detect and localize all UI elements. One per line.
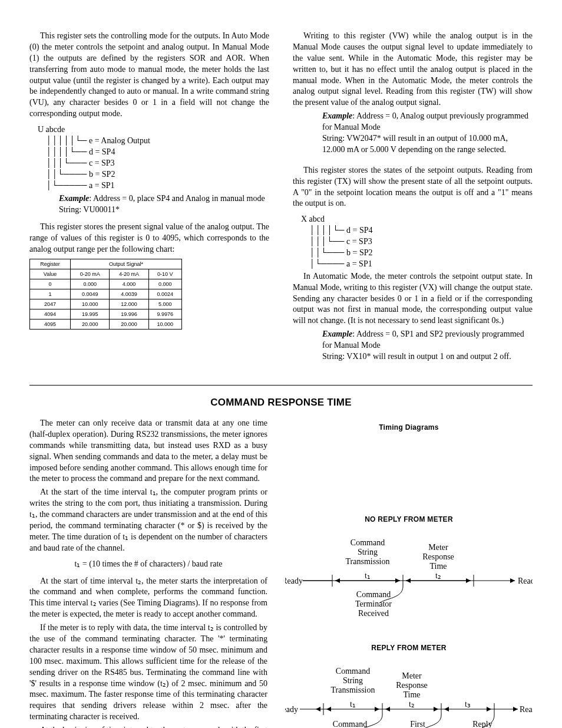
svg-marker-37 (326, 707, 331, 711)
bottom-text-col: The meter can only receive data or trans… (29, 418, 267, 728)
resp-p1: The meter can only receive data or trans… (29, 418, 267, 485)
svg-text:Command: Command (351, 538, 385, 547)
svg-text:Time: Time (429, 562, 447, 571)
aor-paragraph: This register stores the present signal … (29, 222, 269, 255)
table-cell: Register (30, 259, 71, 269)
vw-paragraph: Writing to this register (VW) while the … (293, 31, 533, 108)
svg-text:Received: Received (358, 609, 389, 618)
table-cell: 10.000 (148, 319, 181, 329)
timing-diagrams-title: Timing Diagrams (285, 423, 533, 432)
table-row: 2047 10.000 12.000 5.000 (30, 299, 182, 309)
diag2-title: REPLY FROM METER (285, 643, 533, 653)
svg-text:String: String (358, 548, 378, 556)
svg-marker-40 (385, 707, 390, 711)
svg-marker-41 (434, 707, 438, 711)
table-row: Value 0-20 mA 4-20 mA 0-10 V (30, 269, 182, 279)
u-tree: U abcde │││││└─ e = Analog Output ││││└─… (38, 124, 269, 191)
resp-p3: At the start of time interval t₂, the me… (29, 576, 267, 621)
svg-marker-46 (513, 707, 518, 711)
top-left-col: This register sets the controlling mode … (29, 31, 269, 368)
svg-text:Time: Time (403, 690, 420, 699)
u-example: Example: Address = 0, place SP4 and Anal… (59, 193, 269, 216)
svg-text:Command: Command (336, 667, 370, 676)
svg-marker-14 (395, 578, 400, 583)
svg-marker-43 (444, 707, 449, 711)
diag1-title: NO REPLY FROM METER (285, 515, 533, 524)
svg-text:Command: Command (356, 590, 391, 599)
table-cell: 0.000 (148, 279, 181, 289)
reply-diagram: Ready Ready Command String Transmission … (285, 656, 533, 728)
svg-text:First: First (410, 720, 425, 728)
table-cell: 12.000 (110, 299, 148, 309)
x-ex-line1: : Address = 0, SP1 and SP2 previously pr… (322, 330, 524, 350)
svg-text:t₂: t₂ (435, 571, 441, 580)
table-row: 4094 19.995 19.996 9.9976 (30, 309, 182, 319)
table-cell: 4094 (30, 309, 71, 319)
bottom-figure-col: Timing Diagrams NO REPLY FROM METER Read… (285, 418, 533, 728)
table-cell: 20.000 (110, 319, 148, 329)
table-cell: 2047 (30, 299, 71, 309)
table-cell: 10.000 (71, 299, 110, 309)
svg-text:Transmission: Transmission (331, 686, 375, 694)
table-cell: 4.000 (110, 279, 148, 289)
table-cell: 19.996 (110, 309, 148, 319)
bottom-columns: The meter can only receive data or trans… (29, 418, 533, 728)
svg-text:t₂: t₂ (409, 700, 415, 709)
example-label: Example (59, 194, 89, 203)
svg-text:Meter: Meter (402, 671, 422, 680)
table-cell: 4.0039 (110, 289, 148, 299)
svg-text:Terminator: Terminator (355, 599, 392, 608)
resp-p2: At the start of the time interval t₁, th… (29, 487, 267, 554)
svg-marker-17 (406, 578, 411, 583)
table-row: Register Output Signal* (30, 259, 182, 269)
svg-marker-47 (316, 707, 320, 711)
svg-text:Response: Response (396, 681, 428, 690)
u-ex-line1: : Address = 0, place SP4 and Analog in m… (89, 194, 265, 203)
w-ex-line2: String: VW2047* will result in an output… (322, 134, 508, 154)
table-cell: 9.9976 (148, 309, 181, 319)
svg-text:Ready: Ready (518, 577, 533, 585)
table-cell: 0.000 (71, 279, 110, 289)
vx-paragraph: In Automatic Mode, the meter controls th… (293, 271, 533, 327)
table-cell: 19.995 (71, 309, 110, 319)
table-cell: 4-20 mA (110, 269, 148, 279)
table-cell: 0-20 mA (71, 269, 110, 279)
svg-marker-18 (466, 578, 471, 583)
svg-text:Ready: Ready (285, 705, 298, 714)
resp-p5: At the beginning of time interval t₃, th… (29, 725, 267, 728)
x-tree: X abcd ││││└─ d = SP4 │││└── c = SP3 ││└… (301, 214, 533, 269)
example-label: Example (322, 111, 352, 120)
table-cell: 0 (30, 279, 71, 289)
svg-marker-20 (510, 578, 515, 583)
sor-paragraph: This register stores the states of the s… (293, 165, 533, 210)
table-row: 0 0.000 4.000 0.000 (30, 279, 182, 289)
top-columns: This register sets the controlling mode … (29, 31, 533, 368)
svg-text:t₁: t₁ (365, 571, 371, 580)
svg-text:Ready: Ready (520, 705, 533, 714)
svg-text:String: String (343, 676, 363, 685)
svg-text:t₁: t₁ (350, 700, 356, 709)
table-cell: 1 (30, 289, 71, 299)
section-divider (29, 385, 533, 386)
svg-marker-13 (335, 578, 340, 583)
table-cell: Value (30, 269, 71, 279)
u-ex-line2: String: VU00011* (59, 205, 120, 214)
aor-table: Register Output Signal* Value 0-20 mA 4-… (29, 259, 182, 330)
x-ex-line2: String: VX10* will result in output 1 on… (322, 352, 511, 361)
table-cell: 0-10 V (148, 269, 181, 279)
section-heading: COMMAND RESPONSE TIME (29, 396, 533, 410)
table-cell: 5.000 (148, 299, 181, 309)
w-example: Example: Address = 0, Analog output prev… (322, 111, 533, 156)
svg-text:Transmission: Transmission (346, 557, 390, 566)
table-cell: 0.0049 (71, 289, 110, 299)
svg-text:Ready: Ready (285, 577, 303, 585)
svg-marker-44 (487, 707, 491, 711)
table-row: 1 0.0049 4.0039 0.0024 (30, 289, 182, 299)
table-cell: 20.000 (71, 319, 110, 329)
example-label: Example (322, 330, 352, 338)
svg-text:Command: Command (333, 720, 367, 728)
top-right-col: Writing to this register (VW) while the … (293, 31, 533, 368)
svg-text:t₃: t₃ (465, 700, 471, 709)
svg-text:Response: Response (422, 552, 454, 561)
table-cell: Output Signal* (71, 259, 182, 269)
